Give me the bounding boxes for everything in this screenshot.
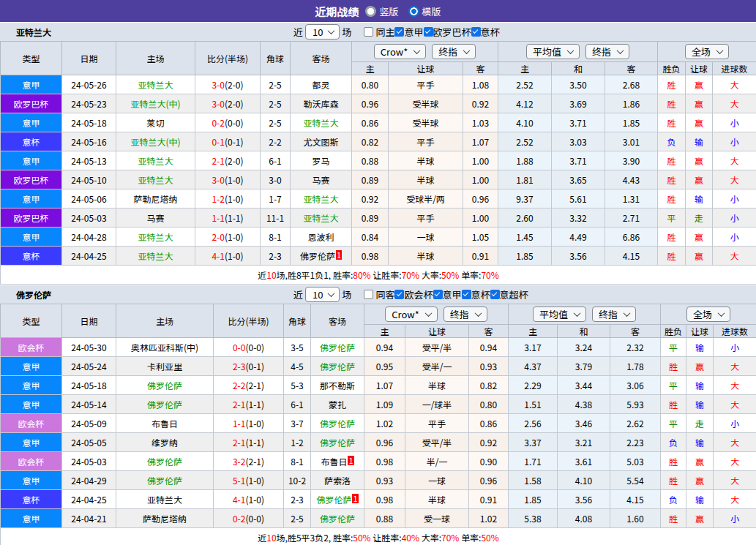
scope-select[interactable]: 全场 (686, 307, 730, 322)
avg-odds-draw: 3.56 (558, 490, 610, 509)
competition-type: 意甲 (1, 395, 62, 414)
match-date: 24-05-06 (62, 189, 116, 208)
match-date: 24-05-18 (62, 113, 116, 132)
chevron-down-icon (424, 309, 432, 317)
handicap-odds-home: 0.86 (352, 113, 389, 132)
bookmaker-select[interactable]: Crow* (374, 44, 427, 59)
filter-checked[interactable]: 意甲 (433, 287, 462, 301)
fulltime-score: 0-0 (233, 341, 245, 353)
fulltime-score: 1-2 (212, 192, 224, 205)
fulltime-score: 3-0 (212, 78, 224, 91)
result-outcome: 胜 (661, 357, 686, 376)
away-team: 佛罗伦萨1 (291, 247, 352, 266)
score: 0-1(0-1) (195, 132, 261, 151)
checkbox-unchecked-icon[interactable] (364, 290, 373, 299)
scope-select[interactable]: 全场 (685, 44, 729, 59)
home-team: 布鲁日 (116, 414, 214, 433)
away-team: 罗马 (291, 151, 352, 170)
result-goals: 大 (714, 490, 756, 509)
layout-option-horizontal[interactable]: 横版 (408, 4, 441, 18)
corners: 2-3 (284, 490, 311, 509)
avg-stage-select[interactable]: 终指 (585, 44, 629, 59)
filter-checked[interactable]: 意杯 (471, 25, 500, 39)
avg-stage-select[interactable]: 终指 (592, 307, 636, 322)
checkbox-checked-icon[interactable] (490, 290, 500, 299)
halftime-score: (0-0) (245, 341, 264, 353)
avg-odds-home: 3.37 (509, 433, 558, 452)
summary-segment: 单率: (459, 268, 481, 281)
handicap-odds-away: 1.05 (463, 228, 498, 247)
result-goals: 大 (713, 151, 756, 170)
avg-odds-away: 5.03 (610, 452, 661, 471)
chevron-down-icon (617, 47, 624, 54)
handicap-odds-away: 0.80 (469, 395, 509, 414)
fulltime-score: 2-1 (233, 436, 245, 448)
checkbox-checked-icon[interactable] (424, 27, 433, 37)
home-team: 亚特兰大 (116, 247, 195, 266)
radio-horizontal-icon[interactable] (408, 6, 419, 17)
away-team-name: 佛罗伦萨 (320, 341, 355, 353)
bookmaker-select[interactable]: Crow* (385, 307, 438, 322)
avg-odds-away: 1.86 (605, 94, 658, 113)
bookmaker-select-value: Crow* (392, 307, 419, 321)
score: 4-1(1-0) (195, 247, 261, 266)
filter-checked[interactable]: 意甲 (394, 25, 423, 39)
filter-checked[interactable]: 欧会杯 (394, 287, 433, 301)
match-date: 24-05-24 (62, 357, 116, 376)
red-card-badge: 1 (348, 456, 353, 465)
table-body: 欧会杯24-05-30奥林匹亚科斯(中)0-0(0-0)3-5佛罗伦萨0.94受… (1, 338, 756, 545)
avg-odds-draw: 3.24 (558, 338, 610, 357)
header-group: 全场 (658, 42, 756, 62)
avg-odds-home: 1.51 (509, 395, 558, 414)
competition-type: 意甲 (1, 376, 62, 395)
checkbox-unchecked-icon[interactable] (364, 27, 373, 37)
handicap-odds-home: 0.84 (352, 228, 389, 247)
odds-stage-select[interactable]: 终指 (444, 307, 487, 322)
section-filter-controls: 近10场同主意甲欧罗巴杯意杯 (291, 23, 500, 41)
recent-count-select[interactable]: 10 (305, 24, 340, 40)
avg-stage-select-value: 终指 (599, 307, 618, 321)
checkbox-checked-icon[interactable] (394, 290, 404, 299)
filter-checked[interactable]: 意超杯 (490, 287, 528, 301)
checkbox-checked-icon[interactable] (394, 27, 404, 37)
radio-vertical-icon[interactable] (365, 6, 376, 17)
handicap-line: 平手 (405, 414, 469, 433)
filter-unchecked[interactable]: 同主 (364, 25, 394, 39)
halftime-score: (0-1) (225, 135, 244, 148)
checkbox-checked-icon[interactable] (462, 290, 471, 299)
layout-option-vertical[interactable]: 竖版 (365, 4, 398, 18)
recent-count-select[interactable]: 10 (305, 287, 340, 302)
header-group: 全场 (661, 304, 756, 325)
bookmaker-select-value: Crow* (381, 45, 408, 59)
summary-segment: 让胜率: (371, 531, 402, 544)
scope-select-value: 全场 (692, 45, 711, 59)
checkbox-checked-icon[interactable] (433, 290, 443, 299)
page-title: 近期战绩 (315, 4, 359, 19)
average-select[interactable]: 平均值 (526, 44, 580, 59)
odds-stage-select[interactable]: 终指 (432, 44, 476, 59)
checkbox-checked-icon[interactable] (471, 27, 481, 37)
filter-checked[interactable]: 意杯 (462, 287, 490, 301)
competition-type: 意甲 (1, 113, 62, 132)
avg-odds-home: 1.45 (498, 228, 552, 247)
halftime-score: (0-0) (225, 116, 244, 129)
match-row: 意甲24-05-18佛罗伦萨2-2(2-1)5-3那不勒斯1.07半球0.822… (1, 376, 756, 395)
sub-column-header: 客 (469, 325, 509, 338)
score: 3-0(2-0) (195, 94, 261, 113)
filter-unchecked[interactable]: 同客 (364, 287, 394, 301)
avg-odds-home: 2.52 (498, 132, 552, 151)
result-goals: 大 (714, 395, 756, 414)
column-header: 比分(半场) (214, 304, 284, 338)
handicap-line: 一球 (405, 471, 469, 490)
match-date: 24-05-23 (62, 94, 116, 113)
avg-odds-away: 1.60 (610, 509, 661, 528)
summary-segment: 50% (441, 268, 459, 281)
avg-odds-home: 1.58 (509, 471, 558, 490)
home-team: 亚特兰大 (116, 75, 195, 94)
average-select[interactable]: 平均值 (533, 307, 586, 322)
result-handicap: 输 (686, 376, 714, 395)
home-team: 亚特兰大 (116, 151, 195, 170)
filter-checked[interactable]: 欧罗巴杯 (424, 25, 471, 39)
result-handicap: 赢 (686, 170, 713, 189)
halftime-score: (2-0) (225, 78, 244, 91)
